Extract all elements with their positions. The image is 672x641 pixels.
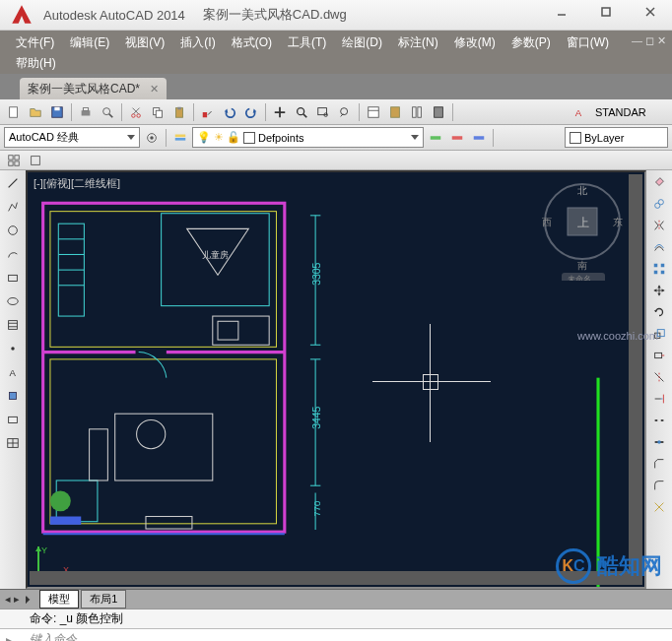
sheet-icon[interactable]	[385, 102, 405, 122]
layer-props-icon[interactable]	[170, 128, 190, 148]
menu-format[interactable]: 格式(O)	[224, 32, 280, 53]
chamfer-icon[interactable]	[649, 454, 669, 474]
cut-icon[interactable]	[126, 102, 146, 122]
menu-window[interactable]: 窗口(W)	[559, 32, 617, 53]
menu-tools[interactable]: 工具(T)	[280, 32, 334, 53]
copy-icon[interactable]	[148, 102, 168, 122]
svg-text:东: 东	[613, 217, 623, 227]
vertical-scrollbar[interactable]	[629, 174, 642, 585]
break-icon[interactable]	[649, 411, 669, 430]
match-icon[interactable]	[198, 102, 218, 122]
svg-rect-39	[9, 155, 13, 159]
fillet-icon[interactable]	[649, 476, 669, 495]
paste-icon[interactable]	[169, 102, 189, 122]
mirror-icon[interactable]	[649, 216, 669, 235]
doc-window-controls[interactable]: — ◻ ✕	[632, 34, 666, 47]
menu-dim[interactable]: 标注(N)	[390, 32, 446, 53]
layer-prev-icon[interactable]	[447, 128, 467, 148]
redo-icon[interactable]	[241, 102, 261, 122]
maximize-button[interactable]	[583, 0, 628, 24]
menu-draw[interactable]: 绘图(D)	[334, 32, 390, 53]
textstyle-combo[interactable]: STANDAR	[591, 101, 668, 122]
ellipse-icon[interactable]	[2, 290, 24, 312]
svg-rect-71	[218, 321, 238, 340]
rectangle-icon[interactable]	[2, 267, 24, 288]
workspace-combo[interactable]: AutoCAD 经典	[4, 127, 140, 148]
menu-view[interactable]: 视图(V)	[117, 32, 172, 53]
command-prompt: 键入命令	[30, 631, 77, 641]
array-icon[interactable]	[649, 259, 669, 279]
trim-icon[interactable]	[649, 367, 669, 387]
region-icon[interactable]	[2, 409, 24, 430]
layout-tab[interactable]: 布局1	[81, 590, 126, 609]
circle-icon[interactable]	[2, 220, 24, 241]
crosshair-pickbox	[423, 374, 438, 390]
menu-insert[interactable]: 插入(I)	[172, 32, 223, 53]
new-icon[interactable]	[4, 102, 24, 122]
undo-icon[interactable]	[220, 102, 239, 122]
properties-icon[interactable]	[364, 102, 383, 122]
offset-icon[interactable]	[649, 237, 669, 257]
menu-param[interactable]: 参数(P)	[504, 32, 559, 53]
block-icon[interactable]	[2, 385, 24, 407]
menu-modify[interactable]: 修改(M)	[446, 32, 504, 53]
model-tab[interactable]: 模型	[39, 590, 79, 609]
move-icon[interactable]	[649, 281, 669, 300]
layer-match-icon[interactable]	[469, 128, 489, 148]
sun-icon: ☀	[214, 131, 224, 144]
svg-rect-7	[82, 110, 91, 115]
pline-icon[interactable]	[2, 196, 24, 218]
zoom-icon[interactable]	[292, 102, 311, 122]
table-icon[interactable]	[2, 432, 24, 454]
arc-icon[interactable]	[2, 243, 24, 265]
horizontal-scrollbar[interactable]	[30, 571, 629, 585]
svg-rect-46	[9, 275, 18, 281]
grid-icon[interactable]	[4, 151, 24, 170]
drawing-canvas[interactable]: [-][俯视][二维线框] 儿童房	[26, 170, 646, 589]
stretch-icon[interactable]	[649, 346, 669, 365]
svg-text:南: 南	[577, 260, 587, 271]
xref-icon[interactable]: A	[570, 102, 589, 122]
layer-combo[interactable]: 💡 ☀ 🔓 Defpoints	[192, 127, 424, 148]
workspace-settings-icon[interactable]	[142, 128, 162, 148]
command-input[interactable]: ▸_ 键入命令	[0, 628, 672, 641]
point-icon[interactable]	[2, 338, 24, 359]
svg-rect-109	[654, 271, 658, 275]
svg-rect-28	[413, 106, 417, 117]
save-icon[interactable]	[47, 102, 67, 122]
svg-rect-27	[391, 106, 400, 117]
file-tab[interactable]: 案例一美式风格CAD* ✕	[20, 78, 167, 99]
line-icon[interactable]	[2, 172, 24, 194]
color-combo[interactable]: ByLayer	[565, 127, 668, 148]
close-tab-icon[interactable]: ✕	[150, 83, 159, 96]
menu-edit[interactable]: 编辑(E)	[62, 32, 117, 53]
command-icon: ▸_	[6, 633, 19, 642]
rotate-icon[interactable]	[649, 302, 669, 322]
svg-text:西: 西	[542, 217, 552, 227]
preview-icon[interactable]	[98, 102, 117, 122]
hatch-icon[interactable]	[2, 314, 24, 336]
open-icon[interactable]	[26, 102, 45, 122]
layer-iso-icon[interactable]	[426, 128, 445, 148]
menu-file[interactable]: 文件(F)	[8, 32, 62, 53]
minimize-button[interactable]	[539, 0, 583, 24]
command-area: 命令: _u 颜色控制 ▸_ 键入命令	[0, 609, 672, 641]
view-cube[interactable]: 上 北 南 西 东 未命名	[538, 182, 627, 281]
print-icon[interactable]	[76, 102, 96, 122]
zoom-window-icon[interactable]	[313, 102, 333, 122]
erase-icon[interactable]	[649, 172, 669, 192]
tool-palette-icon[interactable]	[407, 102, 427, 122]
layout-tabs: ◂ ▸ ⏵ 模型 布局1	[0, 589, 672, 609]
text-icon[interactable]: A	[2, 361, 24, 383]
close-button[interactable]	[628, 0, 672, 24]
zoom-prev-icon[interactable]	[335, 102, 355, 122]
calc-icon[interactable]	[429, 102, 448, 122]
menu-help[interactable]: 帮助(H)	[8, 53, 64, 74]
extend-icon[interactable]	[649, 389, 669, 409]
copy-obj-icon[interactable]	[649, 194, 669, 214]
model-icon[interactable]	[26, 151, 45, 170]
pan-icon[interactable]	[270, 102, 290, 122]
explode-icon[interactable]	[649, 497, 669, 517]
svg-line-10	[109, 113, 113, 117]
join-icon[interactable]	[649, 432, 669, 452]
